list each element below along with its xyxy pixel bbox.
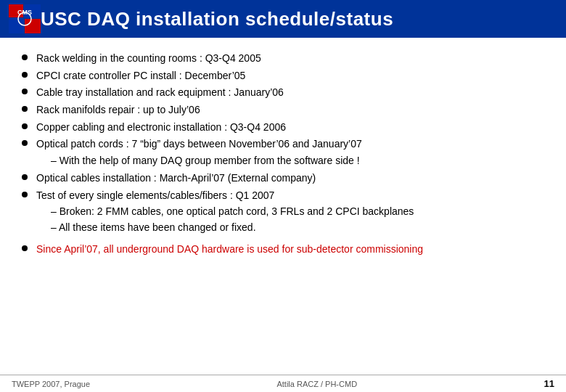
bullet-icon [22,245,28,251]
list-item-text: – With the help of many DAQ group member… [51,153,360,169]
list-item: Copper cabling and electronic installati… [22,120,544,136]
bullet-icon [22,89,28,94]
main-bullet-list: Rack welding in the counting rooms : Q3-… [22,51,544,236]
cms-logo: CMS [9,4,41,33]
bullet-icon [22,140,28,146]
bullet-icon [22,192,28,197]
sub-list-item: – Broken: 2 FMM cables, one optical patc… [51,204,414,220]
list-item-text: Rack manifolds repair : up to July’06 [36,102,200,118]
footer-page-number: 11 [544,378,554,389]
sub-list-item: – With the help of many DAQ group member… [51,153,362,169]
list-item: Optical cables installation : March-Apri… [22,171,544,187]
footer-center: Attila RACZ / PH-CMD [276,380,357,388]
sub-list: – Broken: 2 FMM cables, one optical patc… [51,204,414,235]
svg-rect-2 [9,19,23,33]
list-item: Rack welding in the counting rooms : Q3-… [22,51,544,67]
sub-list: – With the help of many DAQ group member… [51,153,362,169]
page-header: CMS USC DAQ installation schedule/status [0,0,566,38]
list-item-text: Cable tray installation and rack equipme… [36,85,284,101]
bullet-icon [22,54,28,60]
svg-rect-3 [25,19,41,33]
list-item-group: Test of every single elements/cables/fib… [36,188,414,236]
list-item-text: Optical cables installation : March-Apri… [36,171,316,187]
list-item-group: Optical patch cords : 7 “big” days betwe… [36,136,362,168]
list-item: Optical patch cords : 7 “big” days betwe… [22,136,544,168]
list-item: Cable tray installation and rack equipme… [22,85,544,101]
page-title: USC DAQ installation schedule/status [41,8,393,30]
list-item-text: Test of every single elements/cables/fib… [36,189,274,201]
highlight-section: Since April’07, all underground DAQ hard… [22,242,544,258]
bullet-icon [22,106,28,112]
page-footer: TWEPP 2007, Prague Attila RACZ / PH-CMD … [0,375,566,392]
bullet-icon [22,123,28,129]
sub-list-item: – All these items have been changed or f… [51,220,414,236]
list-item: CPCI crate controller PC install : Decem… [22,68,544,84]
list-item-text: Optical patch cords : 7 “big” days betwe… [36,138,362,150]
list-item-text: – Broken: 2 FMM cables, one optical patc… [51,204,414,220]
bullet-icon [22,174,28,180]
footer-left: TWEPP 2007, Prague [12,380,90,388]
list-item-text: Rack welding in the counting rooms : Q3-… [36,51,261,67]
list-item-text: – All these items have been changed or f… [51,220,256,236]
list-item: Test of every single elements/cables/fib… [22,188,544,236]
content-area: Rack welding in the counting rooms : Q3-… [0,38,566,264]
list-item-text: CPCI crate controller PC install : Decem… [36,68,245,84]
list-item: Rack manifolds repair : up to July’06 [22,102,544,118]
bullet-icon [22,72,28,78]
highlight-text: Since April’07, all underground DAQ hard… [36,242,423,258]
list-item-text: Copper cabling and electronic installati… [36,120,286,136]
